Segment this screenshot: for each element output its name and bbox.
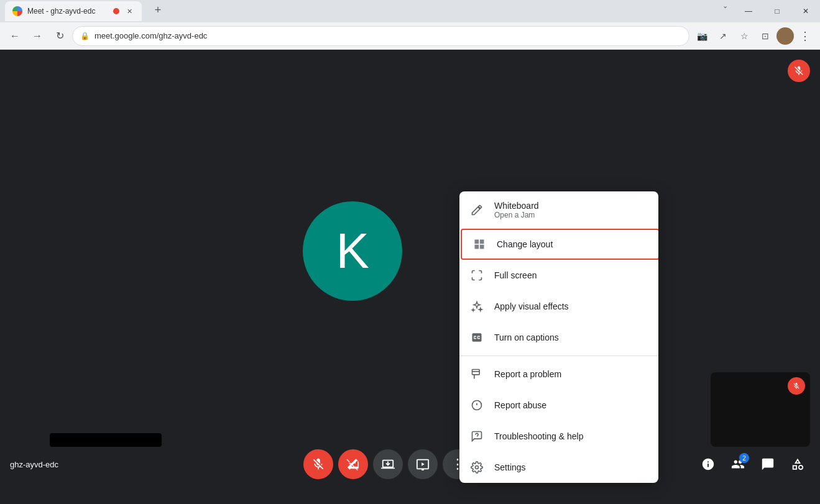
share-button[interactable]: ↗ (713, 26, 733, 46)
chat-button[interactable] (755, 452, 780, 477)
svg-point-2 (476, 466, 479, 469)
help-icon (469, 429, 484, 444)
back-button[interactable]: ← (5, 26, 25, 46)
profile-avatar[interactable] (776, 27, 794, 45)
browser-chrome: Meet - ghz-ayvd-edc ✕ + ⌄ — □ ✕ ← → ↻ 🔒 … (0, 0, 820, 50)
change-layout-label: Change layout (497, 239, 553, 249)
activities-icon (791, 457, 804, 471)
chat-icon (761, 457, 775, 471)
menu-item-report-abuse[interactable]: Report abuse (459, 390, 658, 421)
mic-off-icon (793, 65, 804, 76)
tab-title: Meet - ghz-ayvd-edc (27, 7, 108, 16)
bottom-toolbar: ghz-ayvd-edc ⋮ (0, 447, 820, 482)
troubleshooting-label: Troubleshooting & help (494, 431, 583, 441)
settings-label: Settings (494, 462, 526, 472)
chrome-menu-button[interactable]: ⋮ (795, 26, 815, 46)
self-mute-indicator (788, 377, 805, 395)
google-favicon (12, 6, 22, 16)
people-button[interactable]: 2 (726, 452, 750, 477)
sparkle-icon (469, 299, 484, 314)
active-tab[interactable]: Meet - ghz-ayvd-edc ✕ (5, 1, 142, 21)
mute-indicator (788, 60, 810, 82)
menu-item-whiteboard[interactable]: Whiteboard Open a Jam (459, 191, 658, 229)
menu-item-captions[interactable]: Turn on captions (459, 322, 658, 353)
fullscreen-icon (469, 268, 484, 283)
menu-item-report-problem[interactable]: Report a problem (459, 359, 658, 390)
close-button[interactable]: ✕ (791, 0, 820, 22)
new-tab-button[interactable]: + (149, 1, 167, 19)
whiteboard-text: Whiteboard Open a Jam (494, 201, 539, 219)
refresh-button[interactable]: ↻ (50, 26, 70, 46)
menu-item-fullscreen[interactable]: Full screen (459, 260, 658, 291)
mic-toggle-button[interactable] (303, 449, 333, 479)
self-video-thumbnail (711, 372, 810, 447)
menu-item-troubleshooting[interactable]: Troubleshooting & help (459, 421, 658, 452)
recording-dot (113, 8, 119, 14)
captions-label: Turn on captions (494, 332, 559, 342)
list-tabs-button[interactable]: ⌄ (716, 0, 734, 11)
pencil-icon (469, 203, 484, 218)
fullscreen-label: Full screen (494, 270, 537, 280)
url-text: meet.google.com/ghz-ayvd-edc (94, 31, 681, 40)
tab-favicon (12, 6, 22, 16)
report-problem-label: Report a problem (494, 369, 561, 379)
camera-off-icon (346, 457, 360, 471)
meeting-id: ghz-ayvd-edc (10, 460, 58, 469)
title-bar: Meet - ghz-ayvd-edc ✕ + (0, 0, 820, 22)
main-content: K Whiteboard Open a Jam (0, 50, 820, 482)
window-controls[interactable]: ⌄ — □ ✕ (716, 0, 820, 22)
info-icon (701, 457, 715, 471)
activities-button[interactable] (785, 452, 810, 477)
maximize-button[interactable]: □ (763, 0, 791, 22)
gear-icon (469, 460, 484, 475)
people-count-badge: 2 (739, 453, 749, 463)
nav-right-buttons: 📷 ↗ ☆ ⊡ ⋮ (692, 26, 815, 46)
minimize-button[interactable]: — (734, 0, 763, 22)
avatar-letter: K (336, 222, 369, 280)
participant-avatar: K (303, 201, 402, 301)
layout-icon (472, 237, 487, 252)
address-bar[interactable]: 🔒 meet.google.com/ghz-ayvd-edc (72, 26, 689, 46)
bookmark-button[interactable]: ☆ (734, 26, 754, 46)
menu-item-change-layout[interactable]: Change layout (461, 229, 658, 260)
info-button[interactable] (696, 452, 721, 477)
share-screen-icon (381, 457, 395, 471)
forward-button[interactable]: → (27, 26, 47, 46)
more-options-menu: Whiteboard Open a Jam Change layout Full… (459, 191, 658, 483)
flag-icon (469, 367, 484, 382)
menu-item-settings[interactable]: Settings (459, 452, 658, 483)
report-abuse-label: Report abuse (494, 400, 546, 410)
lock-icon: 🔒 (80, 32, 90, 40)
present-button[interactable] (408, 449, 438, 479)
name-badge (50, 433, 162, 447)
panel-buttons: 2 (696, 452, 810, 477)
menu-divider (459, 355, 658, 356)
self-mic-off-icon (793, 382, 800, 390)
warning-icon (469, 398, 484, 413)
mic-off-icon (311, 457, 325, 471)
visual-effects-label: Apply visual effects (494, 301, 569, 311)
camera-toggle-button[interactable] (338, 449, 368, 479)
menu-item-visual-effects[interactable]: Apply visual effects (459, 291, 658, 322)
reader-mode-button[interactable]: ⊡ (755, 26, 775, 46)
cast-button[interactable]: 📷 (692, 26, 712, 46)
captions-icon (469, 330, 484, 345)
tab-close-button[interactable]: ✕ (124, 6, 134, 16)
share-screen-button[interactable] (373, 449, 403, 479)
present-icon (416, 457, 430, 471)
navigation-bar: ← → ↻ 🔒 meet.google.com/ghz-ayvd-edc 📷 ↗… (0, 22, 820, 50)
